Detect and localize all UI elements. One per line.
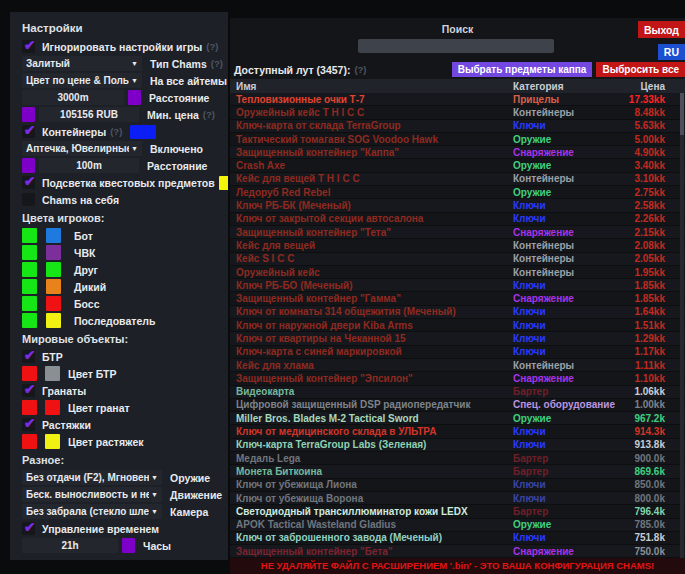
movement-dropdown[interactable]: Беск. выносливость и нет уста ▼ <box>22 487 162 502</box>
camera-dropdown[interactable]: Без забрала (стекло шлема) ▼ <box>22 504 162 519</box>
table-row[interactable]: Кейс для вещей T H I C CКонтейнеры3.10kk <box>230 173 685 186</box>
exit-button[interactable]: Выход <box>638 21 685 38</box>
table-row[interactable]: Ключ от убежища ВоронаКлючи800.0k <box>230 492 685 505</box>
containers-checkbox[interactable]: ✔ <box>22 125 35 138</box>
table-row[interactable]: Ключ РБ-БО (Меченый)Ключи1.85kk <box>230 279 685 292</box>
table-row[interactable]: Тактический томагавк SOG Voodoo HawkОруж… <box>230 133 685 146</box>
movement-label: Движение <box>170 489 222 501</box>
item-category: Ключи <box>513 346 615 357</box>
world-color-swatch[interactable] <box>45 400 60 415</box>
table-row[interactable]: Защищенный контейнер "Бета"Снаряжение750… <box>230 545 685 558</box>
scrollbar-thumb[interactable] <box>680 93 684 135</box>
column-header-category[interactable]: Категория <box>513 81 615 92</box>
player-color-swatch[interactable] <box>46 262 61 277</box>
table-row[interactable]: APOK Tactical Wasteland GladiusОружие785… <box>230 519 685 532</box>
loot-distance-color-swatch[interactable] <box>22 158 35 173</box>
table-row[interactable]: Цифровой защищенный DSP радиопередатчикС… <box>230 399 685 412</box>
table-row[interactable]: Оружейный кейсКонтейнеры1.95kk <box>230 266 685 279</box>
table-row[interactable]: Ключ РБ-БК (Меченый)Ключи2.58kk <box>230 199 685 212</box>
table-row[interactable]: ВидеокартаБартер1.06kk <box>230 386 685 399</box>
table-row[interactable]: Защищенный контейнер "Гамма"Снаряжение1.… <box>230 292 685 305</box>
table-row[interactable]: Монета БиткоинаБартер869.6k <box>230 465 685 478</box>
loot-distance-label: Расстояние <box>147 160 207 172</box>
table-row[interactable]: Ключ-карта с синей маркировкойКлючи1.17k… <box>230 346 685 359</box>
search-input[interactable] <box>358 39 554 53</box>
table-row[interactable]: Ледоруб Red RebelОружие2.75kk <box>230 186 685 199</box>
table-row[interactable]: Ключ от заброшенного завода (Меченый)Клю… <box>230 532 685 545</box>
table-row[interactable]: Защищенный контейнер "Каппа"Снаряжение4.… <box>230 146 685 159</box>
table-row[interactable]: Защищенный контейнер "Тета"Снаряжение2.1… <box>230 226 685 239</box>
table-row[interactable]: Светодиодный трансиллюминатор кожи LEDXБ… <box>230 505 685 518</box>
player-color-swatch[interactable] <box>46 313 61 328</box>
table-row[interactable]: Ключ от медицинского склада в УЛЬТРАКлюч… <box>230 425 685 438</box>
table-row[interactable]: Защищенный контейнер "Эпсилон"Снаряжение… <box>230 372 685 385</box>
world-color-swatch[interactable] <box>22 400 37 415</box>
time-control-checkbox[interactable]: ✔ <box>22 522 35 535</box>
item-category: Бартер <box>513 453 615 464</box>
table-row[interactable]: Кейс S I C CКонтейнеры2.05kk <box>230 253 685 266</box>
loot-distance-input[interactable] <box>39 158 139 173</box>
world-object-checkbox[interactable]: ✔ <box>22 384 35 397</box>
self-chams-checkbox[interactable] <box>22 193 35 206</box>
player-color-swatch[interactable] <box>22 228 37 243</box>
distance-color-swatch[interactable] <box>128 90 141 105</box>
chams-type-dropdown[interactable]: Залитый ▼ <box>22 56 142 71</box>
table-row[interactable]: Miller Bros. Blades M-2 Tactical SwordОр… <box>230 412 685 425</box>
player-color-swatch[interactable] <box>46 279 61 294</box>
select-kappa-items-button[interactable]: Выбрать предметы каппа <box>452 62 593 77</box>
item-category: Контейнеры <box>513 240 615 251</box>
player-colors-title: Цвета игроков: <box>22 208 220 227</box>
loot-table-scrollbar[interactable] <box>680 93 684 558</box>
table-row[interactable]: Ключ от убежища ЛионаКлючи850.0k <box>230 479 685 492</box>
player-color-swatch[interactable] <box>46 228 61 243</box>
table-row[interactable]: Crash AxeОружие3.40kk <box>230 159 685 172</box>
min-price-color-swatch[interactable] <box>22 107 35 122</box>
quest-highlight-checkbox[interactable]: ✔ <box>22 176 35 189</box>
world-color-swatch[interactable] <box>22 366 37 381</box>
table-row[interactable]: Ключ-карта от склада TerraGroupКлючи5.63… <box>230 120 685 133</box>
item-category: Оружие <box>513 187 615 198</box>
player-color-swatch[interactable] <box>22 245 37 260</box>
table-row[interactable]: Ключ от наружной двери Kiba ArmsКлючи1.5… <box>230 319 685 332</box>
ignore-game-settings-checkbox[interactable]: ✔ <box>22 40 35 53</box>
drop-all-button[interactable]: Выбросить все <box>596 62 685 77</box>
column-header-name[interactable]: Имя <box>230 81 513 92</box>
hours-color-swatch[interactable] <box>122 538 135 553</box>
player-color-swatch[interactable] <box>22 313 37 328</box>
player-color-swatch[interactable] <box>46 296 61 311</box>
item-name: Кейс для вещей <box>230 240 513 251</box>
hours-input[interactable] <box>22 538 118 553</box>
table-row[interactable]: Ключ от комнаты 314 общежития (Меченый)К… <box>230 306 685 319</box>
weapon-dropdown[interactable]: Без отдачи (F2), Мгновенное п ▼ <box>22 470 162 485</box>
player-color-swatch[interactable] <box>22 262 37 277</box>
world-color-swatch[interactable] <box>45 366 60 381</box>
world-object-checkbox[interactable]: ✔ <box>22 350 35 363</box>
world-color-label: Цвет растяжек <box>68 436 144 448</box>
containers-color-swatch[interactable] <box>130 125 156 139</box>
quest-color-swatch[interactable] <box>219 176 228 190</box>
table-row[interactable]: Оружейный кейс T H I C CКонтейнеры8.48kk <box>230 106 685 119</box>
table-row[interactable]: Тепловизионные очки Т-7Прицелы17.33kk <box>230 93 685 106</box>
table-row[interactable]: Ключ-карта TerraGroup Labs (Зеленая)Ключ… <box>230 439 685 452</box>
item-price: 2.08kk <box>615 240 685 251</box>
all-items-dropdown[interactable]: Цвет по цене & Пользователь ▼ <box>22 73 142 88</box>
table-row[interactable]: Ключ от квартиры на Чеканной 15Ключи1.29… <box>230 332 685 345</box>
player-color-swatch[interactable] <box>22 279 37 294</box>
table-row[interactable]: Кейс для вещейКонтейнеры2.08kk <box>230 239 685 252</box>
player-color-swatch[interactable] <box>46 245 61 260</box>
language-button[interactable]: RU <box>658 44 685 60</box>
table-row[interactable]: Медаль LegaБартер900.0k <box>230 452 685 465</box>
world-object-checkbox[interactable]: ✔ <box>22 418 35 431</box>
item-name: Оружейный кейс T H I C C <box>230 107 513 118</box>
time-control-row: ✔ Управление временем <box>22 520 220 537</box>
loot-count-title: Доступный лут (3457): <box>234 64 350 76</box>
table-row[interactable]: Ключ от закрытой секции автосалонаКлючи2… <box>230 213 685 226</box>
world-color-swatch[interactable] <box>45 434 60 449</box>
column-header-price[interactable]: Цена <box>615 81 685 92</box>
world-color-swatch[interactable] <box>22 434 37 449</box>
items-distance-input[interactable] <box>22 90 124 105</box>
table-row[interactable]: Кейс для хламаКонтейнеры1.11kk <box>230 359 685 372</box>
enabled-categories-dropdown[interactable]: Аптечка, Ювелирные и... ▼ <box>22 141 142 156</box>
min-price-input[interactable] <box>39 107 139 122</box>
player-color-swatch[interactable] <box>22 296 37 311</box>
